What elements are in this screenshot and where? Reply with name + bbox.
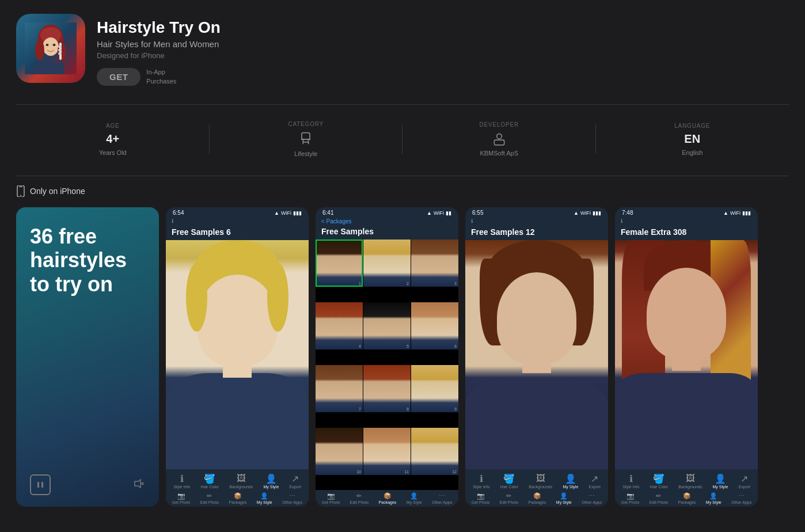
screenshot-free-samples-6: 6:54 ▲WiFi▮▮▮ ℹ Free Samples 6	[166, 207, 309, 507]
app-designed: Designed for iPhone	[97, 51, 221, 60]
phone-image-4	[615, 240, 758, 469]
header-divider	[16, 104, 789, 105]
hair-cell-3[interactable]: 3	[411, 240, 458, 287]
hair-cell-1[interactable]: 1	[316, 240, 363, 287]
category-icon	[298, 131, 314, 147]
app-subtitle: Hair Styles for Men and Women	[97, 39, 221, 49]
language-sub: English	[682, 149, 703, 156]
language-value: EN	[684, 132, 700, 146]
svg-rect-12	[58, 52, 59, 55]
meta-category: CATEGORY Lifestyle	[210, 121, 403, 157]
language-label: LANGUAGE	[674, 123, 710, 129]
play-button[interactable]	[30, 474, 51, 495]
time-1: 6:54	[173, 210, 184, 216]
metadata-row: AGE 4+ Years Old CATEGORY Lifestyle DEVE…	[16, 114, 789, 164]
age-label: AGE	[106, 123, 120, 129]
hair-cell-2[interactable]: 2	[363, 240, 411, 287]
phone-tabbar-4: 📷 Get Photo ✏ Edit Photo 📦 Packages 👤 My…	[615, 490, 758, 507]
hair-cell-7[interactable]: 7	[316, 365, 363, 412]
svg-rect-11	[58, 49, 59, 51]
in-app-label: In-AppPurchases	[146, 68, 176, 86]
phone-tabbar-2: 📷 Get Photo ✏ Edit Photo 📦 Packages 👤 My…	[316, 490, 458, 507]
category-value: Lifestyle	[294, 150, 317, 157]
phone-toolbar-top-1: ℹ Style Info 🪣 Hair Color 🖼 Backgrounds …	[166, 469, 309, 490]
app-title: Hairstyle Try On	[97, 18, 221, 37]
svg-rect-20	[494, 140, 504, 145]
svg-point-8	[53, 44, 56, 46]
svg-point-4	[43, 37, 59, 56]
hair-cell-10[interactable]: 10	[316, 428, 363, 475]
age-sub: Years Old	[99, 149, 127, 156]
only-iphone-text: Only on iPhone	[30, 187, 85, 196]
phone-image-3	[465, 240, 608, 469]
hair-cell-8[interactable]: 8	[363, 365, 411, 412]
phone-tabbar-1: 📷 Get Photo ✏ Edit Photo 📦 Packages 👤 My…	[166, 490, 309, 507]
iphone-icon	[16, 185, 25, 197]
app-icon	[16, 14, 85, 83]
hair-cell-6[interactable]: 6	[411, 302, 458, 349]
phone-toolbar-top-3: ℹ Style Info 🪣 Hair Color 🖼 Backgrounds …	[465, 469, 608, 490]
developer-value: KBMSoft ApS	[480, 150, 518, 157]
statusbar-2: 6:41 ▲WiFi▮▮	[316, 207, 458, 217]
app-info: Hairstyle Try On Hair Styles for Men and…	[97, 14, 221, 86]
hair-cell-9[interactable]: 9	[411, 365, 458, 412]
phone-image-1	[166, 240, 309, 469]
phone-title-4: Female Extra 308	[615, 226, 758, 240]
svg-rect-15	[60, 52, 62, 55]
statusbar-3: 6:55 ▲WiFi▮▮▮	[465, 207, 608, 217]
hair-cell-12[interactable]: 12	[411, 428, 458, 475]
age-value: 4+	[106, 132, 119, 146]
sound-button[interactable]	[134, 479, 145, 491]
only-iphone-row: Only on iPhone	[16, 185, 789, 197]
svg-point-23	[20, 195, 21, 196]
svg-rect-24	[37, 482, 39, 488]
phone-title-3: Free Samples 12	[465, 226, 608, 240]
time-4: 7:48	[622, 210, 633, 216]
svg-rect-14	[60, 49, 62, 51]
time-3: 6:55	[472, 210, 483, 216]
svg-point-7	[46, 44, 49, 46]
get-button[interactable]: GET	[97, 68, 141, 86]
screenshot-free-samples-grid: 6:41 ▲WiFi▮▮ < Packages Free Samples 1 2	[316, 207, 458, 507]
nav-back[interactable]: < Packages	[321, 218, 352, 225]
svg-point-5	[35, 40, 44, 60]
screenshot-female-extra-308: 7:48 ▲WiFi▮▮▮ ℹ Female Extra 308	[615, 207, 758, 507]
hair-cell-5[interactable]: 5	[363, 302, 411, 349]
phone-title-1: Free Samples 6	[166, 226, 309, 240]
hair-grid: 1 2 3 4 5	[316, 240, 458, 490]
time-2: 6:41	[322, 210, 333, 216]
phone-tabbar-3: 📷 Get Photo ✏ Edit Photo 📦 Packages 👤 My…	[465, 490, 608, 507]
phone-title-2: Free Samples	[316, 226, 458, 240]
promo-screenshot: 36 free hairstyles to try on	[16, 207, 159, 507]
svg-rect-22	[19, 187, 22, 188]
statusbar-1: 6:54 ▲WiFi▮▮▮	[166, 207, 309, 217]
svg-point-19	[496, 134, 502, 139]
svg-rect-25	[41, 482, 43, 488]
svg-rect-18	[302, 133, 310, 140]
screenshot-free-samples-12: 6:55 ▲WiFi▮▮▮ ℹ Free Samples 12	[465, 207, 608, 507]
screenshots-row: 36 free hairstyles to try on	[16, 207, 789, 507]
svg-rect-10	[58, 45, 59, 48]
promo-text: 36 free hairstyles to try on	[30, 225, 145, 296]
hair-cell-11[interactable]: 11	[363, 428, 411, 475]
hair-cell-4[interactable]: 4	[316, 302, 363, 349]
svg-marker-26	[135, 480, 141, 488]
statusbar-4: 7:48 ▲WiFi▮▮▮	[615, 207, 758, 217]
phone-toolbar-top-4: ℹ Style Info 🪣 Hair Color 🖼 Backgrounds …	[615, 469, 758, 490]
svg-rect-13	[60, 45, 62, 48]
section-divider	[16, 176, 789, 176]
svg-rect-9	[59, 43, 62, 60]
app-header: Hairstyle Try On Hair Styles for Men and…	[16, 14, 789, 86]
category-label: CATEGORY	[288, 121, 324, 127]
meta-developer: DEVELOPER KBMSoft ApS	[403, 121, 596, 157]
developer-label: DEVELOPER	[480, 121, 519, 128]
svg-rect-17	[37, 63, 64, 74]
meta-language: LANGUAGE EN English	[596, 121, 789, 157]
meta-age: AGE 4+ Years Old	[16, 121, 210, 157]
developer-icon	[492, 131, 507, 146]
